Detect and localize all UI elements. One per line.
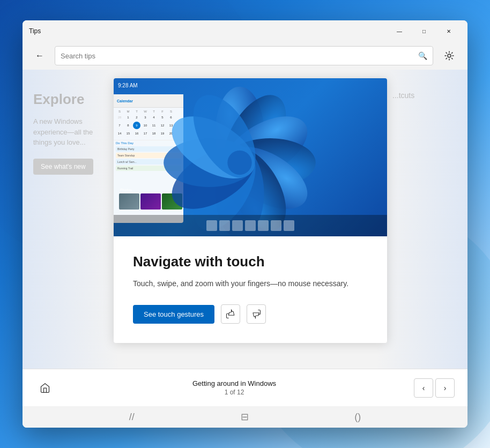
thumbs-down-button[interactable]: [247, 304, 266, 324]
prev-page-button[interactable]: ‹: [414, 378, 433, 398]
card-image: 9:28 AM Calendar S M T: [114, 78, 387, 236]
bottom-icon-2: ⊟: [241, 411, 249, 423]
search-icon: 🔍: [418, 51, 427, 60]
prev-card-hint: Explore A new Windows experience—all the…: [23, 70, 119, 369]
content-area: Explore A new Windows experience—all the…: [23, 70, 467, 369]
minimize-button[interactable]: —: [387, 23, 412, 39]
nav-page: 1 of 12: [225, 389, 244, 396]
window-controls: — □ ✕: [387, 23, 461, 39]
bottom-icon-1: //: [129, 412, 135, 423]
search-input[interactable]: [61, 52, 418, 60]
next-card-title: ...tcuts: [392, 91, 457, 100]
thumbs-up-icon: [226, 309, 235, 319]
nav-arrows: ‹ ›: [414, 378, 455, 398]
thumbs-down-icon: [251, 309, 261, 319]
card-title: Navigate with touch: [133, 253, 368, 270]
title-bar: Tips — □ ✕: [23, 20, 467, 42]
settings-button[interactable]: [440, 46, 459, 65]
tips-window: Tips — □ ✕ ← 🔍 Explore A new Wi: [23, 20, 467, 428]
content-wrapper: Explore A new Windows experience—all the…: [23, 70, 467, 369]
close-button[interactable]: ✕: [436, 23, 461, 39]
search-bar: 🔍: [55, 46, 433, 65]
svg-point-11: [448, 54, 451, 57]
card-actions: See touch gestures: [133, 304, 368, 324]
next-page-button[interactable]: ›: [435, 378, 455, 398]
bottom-icons-row: // ⊟ (): [23, 406, 467, 428]
prev-card-subtitle: A new Windows experience—all the things …: [33, 116, 108, 148]
card-flower-svg: [114, 84, 376, 236]
card-content: Navigate with touch Touch, swipe, and zo…: [114, 236, 387, 343]
nav-info: Getting around in Windows 1 of 12: [55, 379, 414, 396]
prev-card-button[interactable]: See what's new: [33, 159, 93, 175]
toolbar: ← 🔍: [23, 42, 467, 70]
screenshot-taskbar: [114, 215, 387, 236]
prev-card-title: Explore: [33, 91, 108, 108]
nav-collection: Getting around in Windows: [192, 379, 276, 387]
maximize-button[interactable]: □: [412, 23, 436, 39]
home-icon: [40, 383, 50, 393]
window-title: Tips: [29, 27, 387, 35]
bottom-icon-3: (): [354, 412, 361, 423]
svg-point-24: [227, 151, 251, 175]
thumbs-up-button[interactable]: [221, 304, 240, 324]
see-touch-gestures-button[interactable]: See touch gestures: [133, 305, 214, 324]
next-card-hint: ...tcuts: [376, 70, 467, 369]
card-description: Touch, swipe, and zoom with your fingers…: [133, 278, 368, 289]
main-scroll: Explore A new Windows experience—all the…: [23, 70, 467, 369]
back-button[interactable]: ←: [31, 47, 48, 64]
home-button[interactable]: [35, 378, 55, 398]
gear-icon: [444, 51, 454, 61]
bottom-bar: Getting around in Windows 1 of 12 ‹ ›: [23, 369, 467, 406]
main-card: 9:28 AM Calendar S M T: [114, 78, 387, 343]
